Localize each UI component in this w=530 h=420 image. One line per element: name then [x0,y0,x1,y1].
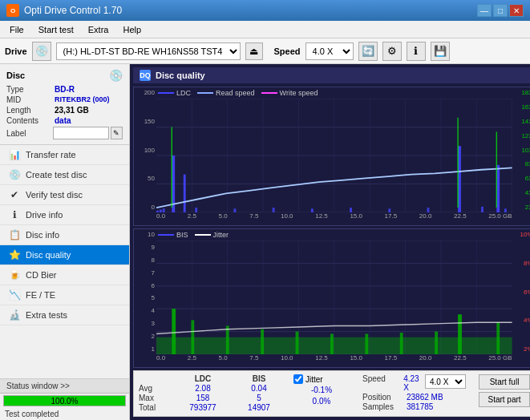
drive-icon-button[interactable]: 💿 [32,42,51,61]
stats-empty [139,374,175,383]
main-layout: Disc 💿 Type BD-R MID RITEKBR2 (000) Leng… [0,64,530,420]
stats-avg-ldc: 2.08 [175,384,231,393]
stats-total-bis: 14907 [231,403,287,412]
svg-rect-55 [330,333,334,354]
disc-title: Disc [6,71,25,80]
minimize-button[interactable]: — [477,4,492,17]
menu-start-test[interactable]: Start test [32,23,80,36]
menu-help[interactable]: Help [116,23,148,36]
position-key: Position [362,393,407,402]
progress-text: 100.0% [4,396,125,407]
chart1-x-labels: 0.0 2.5 5.0 7.5 10.0 12.5 15.0 17.5 20.0… [156,212,512,225]
chart1-y-left: 200 150 100 50 0 [134,87,156,212]
nav-items: 📊 Transfer rate 💿 Create test disc ✔ Ver… [0,145,129,378]
progress-bar-container: 100.0% [3,395,126,406]
legend-bis: BIS [176,231,188,239]
legend-ldc: LDC [176,89,191,97]
drive-select[interactable]: (H:) HL-DT-ST BD-RE WH16NS58 TST4 [56,42,241,60]
chart2-x-labels: 0.0 2.5 5.0 7.5 10.0 12.5 15.0 17.5 20.0… [156,354,512,367]
disc-info-icon: 📋 [8,229,21,240]
refresh-button[interactable]: 🔄 [358,42,378,61]
chart2-svg [156,240,512,354]
nav-cd-bier[interactable]: 🍺 CD Bier [0,265,129,285]
legend-write-speed: Write speed [280,89,318,97]
samples-val: 381785 [407,402,433,411]
cd-bier-icon: 🍺 [8,269,21,281]
menu-file[interactable]: File [3,23,30,36]
chart1-area [156,99,512,212]
speed-dropdown[interactable]: 4.0 X [425,374,466,389]
nav-fe-te[interactable]: 📉 FE / TE [0,285,129,305]
window-controls: — □ ✕ [477,4,524,17]
type-key: Type [6,85,55,94]
jitter-max: 0.0% [293,397,350,406]
svg-rect-54 [296,332,299,354]
disc-quality-icon: ⭐ [8,249,21,260]
label-input[interactable] [53,127,109,139]
jitter-section: Jitter -0.1% 0.0% [293,374,350,406]
nav-drive-info[interactable]: ℹ Drive info [0,205,129,225]
create-test-disc-icon: 💿 [8,169,21,180]
save-button[interactable]: 💾 [431,42,450,61]
nav-transfer-rate[interactable]: 📊 Transfer rate [0,145,129,165]
drive-info-icon: ℹ [8,209,21,220]
app-title: Opti Drive Control 1.70 [24,5,122,16]
jitter-label: Jitter [305,375,323,384]
eject-button[interactable]: ⏏ [245,42,263,60]
label-edit-button[interactable]: ✎ [111,127,123,139]
start-full-button[interactable]: Start full [479,374,529,390]
nav-disc-quality-label: Disc quality [26,250,71,260]
fe-te-icon: 📉 [8,289,21,301]
chart2-legend: BIS Jitter [158,231,229,239]
speed-stats: Speed 4.23 X 4.0 X Position 23862 MB Sam… [362,374,466,412]
mid-key: MID [6,95,55,104]
disc-quality-icon-header: DQ [140,70,151,81]
legend-read-speed: Read speed [216,89,255,97]
info-button[interactable]: ℹ [407,42,426,61]
toolbar: Drive 💿 (H:) HL-DT-ST BD-RE WH16NS58 TST… [0,38,530,64]
extra-tests-icon: 🔬 [8,309,21,321]
stats-avg-bis: 0.04 [231,384,287,393]
menu-extra[interactable]: Extra [82,23,115,36]
nav-disc-quality[interactable]: ⭐ Disc quality [0,245,129,265]
nav-disc-info-label: Disc info [26,230,59,240]
nav-transfer-rate-label: Transfer rate [26,150,76,160]
close-button[interactable]: ✕ [509,4,524,17]
chart1-legend: LDC Read speed Write speed [158,89,318,97]
status-bar: Status window >> 100.0% Test completed [0,378,129,420]
transfer-rate-icon: 📊 [8,149,21,160]
nav-drive-info-label: Drive info [26,210,63,220]
type-value: BD-R [55,85,75,94]
position-val: 23862 MB [407,393,443,402]
nav-disc-info[interactable]: 📋 Disc info [0,225,129,245]
start-part-button[interactable]: Start part [479,392,529,407]
jitter-checkbox[interactable] [293,374,303,384]
jitter-avg: -0.1% [293,386,350,394]
chart2-area [156,240,512,354]
stats-bis-header: BIS [231,374,287,383]
nav-create-test-disc-label: Create test disc [26,170,87,180]
svg-rect-60 [496,322,500,354]
svg-rect-51 [191,320,194,354]
stats-total-label: Total [139,403,175,412]
settings-button[interactable]: ⚙ [382,42,402,61]
legend-jitter: Jitter [213,231,229,239]
nav-cd-bier-label: CD Bier [26,270,57,280]
nav-fe-te-label: FE / TE [26,290,55,300]
mid-value: RITEKBR2 (000) [55,95,110,104]
right-panel: DQ Disc quality LDC Read speed Write spe… [130,64,530,420]
nav-extra-tests[interactable]: 🔬 Extra tests [0,305,129,325]
chart1-y-right: 18X 16X 14X 12X 10X 8X 6X 4X 2X [512,87,530,212]
chart2-y-right: 10% 8% 6% 4% 2% [512,229,530,354]
speed-select[interactable]: 4.0 X [305,42,354,60]
length-key: Length [6,106,55,115]
chart-ldc: LDC Read speed Write speed 200 150 100 5… [133,87,530,226]
maximize-button[interactable]: □ [493,4,508,17]
status-window-button[interactable]: Status window >> [0,379,129,394]
svg-rect-19 [184,175,186,212]
nav-create-test-disc[interactable]: 💿 Create test disc [0,165,129,185]
menu-bar: File Start test Extra Help [0,21,530,38]
svg-rect-56 [365,333,368,354]
nav-verify-test-disc[interactable]: ✔ Verify test disc [0,185,129,205]
length-value: 23,31 GB [55,106,89,115]
